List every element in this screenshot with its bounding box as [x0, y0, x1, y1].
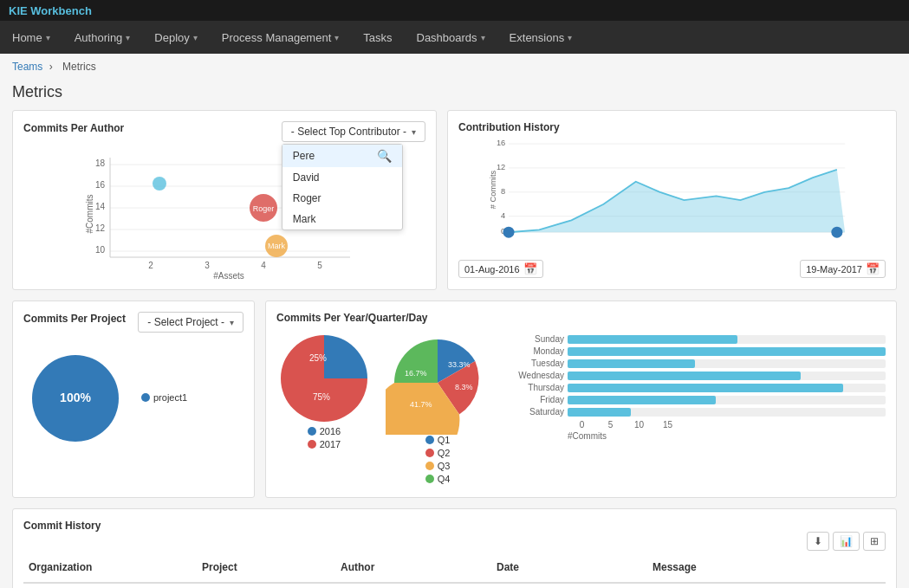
commits-per-author-title: Commits Per Author [23, 122, 124, 134]
project-pie-legend: project1 [141, 392, 187, 405]
start-date-calendar-icon[interactable]: 📅 [523, 262, 537, 275]
legend-dot-q4 [425, 475, 434, 483]
legend-dot-q1 [425, 436, 434, 444]
end-date-calendar-icon[interactable]: 📅 [866, 262, 880, 275]
svg-text:18: 18 [95, 158, 106, 168]
commits-per-project-panel: Commits Per Project - Select Project - ▾… [12, 300, 255, 498]
slider-left[interactable] [503, 227, 515, 238]
svg-text:5: 5 [317, 261, 322, 270]
quarter-legend: Q1 Q2 Q3 Q4 [425, 435, 451, 487]
bar-row-saturday: Saturday [503, 407, 886, 417]
legend-q2: Q2 [425, 448, 451, 458]
svg-text:100%: 100% [60, 391, 91, 404]
nav-tasks[interactable]: Tasks [351, 21, 404, 54]
commits-per-author-panel: Commits Per Author - Select Top Contribu… [12, 110, 437, 290]
contributor-option-roger[interactable]: Roger [282, 188, 402, 209]
top-contributor-dropdown-wrapper: - Select Top Contributor - ▾ Pere 🔍 Davi… [282, 121, 425, 142]
quarter-pie-container: 33.3% 8.3% 41.7% 16.7% Q1 Q2 [386, 331, 490, 487]
legend-dot-q3 [425, 462, 434, 470]
check-icon: 🔍 [377, 149, 392, 163]
col-date: Date [491, 558, 647, 577]
year-pie-svg: 25% 75% [276, 331, 372, 426]
svg-text:75%: 75% [313, 392, 330, 402]
nav-authoring[interactable]: Authoring ▾ [62, 21, 143, 54]
bar-fill-sunday [568, 335, 737, 344]
commits-per-project-title: Commits Per Project [23, 313, 126, 325]
svg-text:#Assets: #Assets [213, 271, 244, 279]
nav-extensions[interactable]: Extensions ▾ [497, 21, 585, 54]
nav-authoring-caret: ▾ [126, 33, 130, 42]
bar-row-friday: Friday [503, 395, 886, 404]
commit-history-section: Commit History ⬇ 📊 ⊞ Organization Projec… [12, 508, 897, 588]
nav-dashboards[interactable]: Dashboards ▾ [405, 21, 497, 54]
nav-extensions-caret: ▾ [568, 33, 572, 42]
select-project-btn[interactable]: - Select Project - ▾ [138, 312, 243, 333]
top-contributor-dropdown-label: - Select Top Contributor - [291, 126, 406, 138]
nav-pm-caret: ▾ [334, 33, 339, 42]
legend-2016: 2016 [308, 426, 341, 436]
contributor-option-mark[interactable]: Mark [282, 209, 402, 229]
select-project-wrapper: - Select Project - ▾ [138, 312, 243, 333]
col-project: Project [197, 558, 335, 577]
columns-btn[interactable]: ⊞ [863, 532, 886, 551]
contributor-option-david[interactable]: David [282, 167, 402, 188]
legend-q1: Q1 [425, 435, 451, 445]
nav-dashboards-caret: ▾ [481, 33, 485, 42]
nav-home-caret: ▾ [46, 33, 50, 42]
commits-per-yqd-panel: Commits Per Year/Quarter/Day 25% 75% [265, 300, 897, 498]
day-bar-chart: Sunday Monday Tuesday Wednesday Thursday… [503, 331, 886, 441]
svg-text:16: 16 [95, 180, 106, 190]
nav-home[interactable]: Home ▾ [0, 21, 62, 54]
bar-x-axis: 0 5 10 15 [568, 420, 886, 430]
breadcrumb-teams[interactable]: Teams [12, 61, 42, 73]
commit-toolbar: ⬇ 📊 ⊞ [23, 532, 886, 551]
top-contributor-dropdown-btn[interactable]: - Select Top Contributor - ▾ [282, 121, 425, 142]
start-date-value: 01-Aug-2016 [464, 264, 520, 275]
col-organization: Organization [23, 558, 197, 577]
contributor-option-pere[interactable]: Pere 🔍 [282, 145, 402, 167]
svg-text:Mark: Mark [268, 242, 285, 250]
bar-fill-friday [568, 396, 716, 404]
nav-process-management[interactable]: Process Management ▾ [210, 21, 351, 54]
bar-fill-monday [568, 347, 886, 356]
bar-row-wednesday: Wednesday [503, 371, 886, 380]
svg-text:Roger: Roger [253, 204, 275, 213]
bar-fill-tuesday [568, 359, 695, 368]
start-date-input[interactable]: 01-Aug-2016 📅 [458, 260, 543, 278]
nav-deploy[interactable]: Deploy ▾ [142, 21, 209, 54]
legend-project1: project1 [141, 392, 187, 403]
breadcrumb-metrics: Metrics [62, 61, 96, 73]
legend-dot-2017 [308, 440, 316, 449]
main-nav: Home ▾ Authoring ▾ Deploy ▾ Process Mana… [0, 21, 909, 54]
contribution-history-panel: Contribution History 16 12 8 4 0 # Commi… [447, 110, 897, 290]
area-fill [509, 170, 845, 232]
scatter-point-pere [153, 177, 166, 191]
table-header: Organization Project Author Date Message [23, 558, 886, 584]
bar-row-sunday: Sunday [503, 334, 886, 344]
svg-text:16: 16 [497, 139, 505, 147]
contribution-history-title: Contribution History [458, 121, 560, 133]
slider-right[interactable] [831, 227, 842, 238]
end-date-input[interactable]: 19-May-2017 📅 [800, 260, 886, 278]
row-2: Commits Per Project - Select Project - ▾… [12, 300, 897, 498]
legend-2017: 2017 [308, 439, 341, 449]
page-title: Metrics [0, 80, 909, 110]
legend-dot-q2 [425, 449, 434, 457]
col-author: Author [335, 558, 491, 577]
breadcrumb: Teams › Metrics [0, 54, 909, 80]
export-xls-btn[interactable]: 📊 [833, 532, 860, 551]
bar-x-label: #Commits [568, 431, 886, 441]
quarter-pie-svg: 33.3% 8.3% 41.7% 16.7% [386, 331, 490, 435]
commits-per-yqd-title: Commits Per Year/Quarter/Day [276, 312, 428, 324]
svg-text:4: 4 [261, 261, 266, 270]
svg-text:41.7%: 41.7% [410, 400, 432, 409]
legend-q3: Q3 [425, 461, 451, 471]
svg-text:33.3%: 33.3% [448, 360, 471, 369]
bar-row-thursday: Thursday [503, 383, 886, 392]
export-csv-btn[interactable]: ⬇ [807, 532, 829, 551]
app-title: KIE Workbench [9, 4, 92, 17]
row-1: Commits Per Author - Select Top Contribu… [12, 110, 897, 290]
commit-history-title: Commit History [23, 520, 101, 532]
legend-dot-2016 [308, 427, 316, 436]
legend-q4: Q4 [425, 474, 451, 484]
